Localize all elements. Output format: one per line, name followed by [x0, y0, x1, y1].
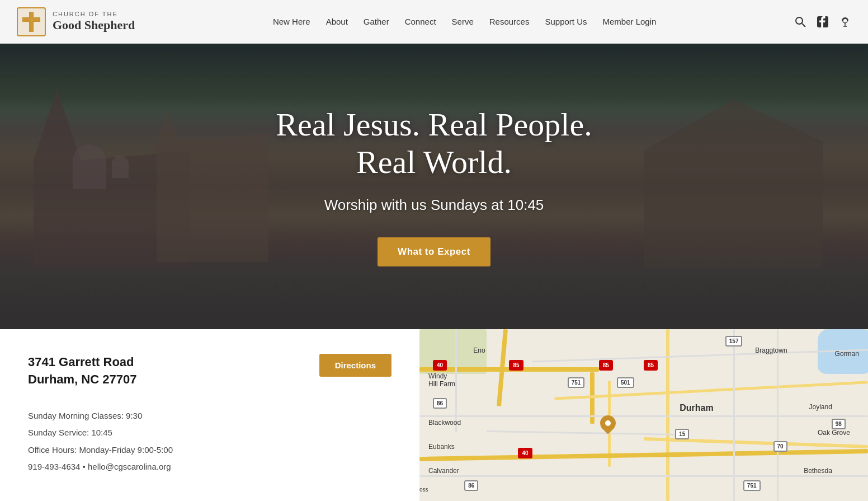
map-shield-i85-2: 85 [599, 360, 613, 371]
address-line2: Durham, NC 27707 [28, 371, 136, 388]
map-shield-i40-bottom: 40 [518, 448, 532, 458]
pin-body [597, 412, 619, 434]
header-icons [794, 16, 851, 28]
map-shield-i40: 40 [433, 360, 447, 371]
map-shield-70: 70 [773, 441, 787, 452]
nav-support-us[interactable]: Support Us [545, 17, 587, 26]
hero-section: Real Jesus. Real People.Real World. Wors… [0, 44, 868, 329]
map-label-oakgrove: Oak Grove [818, 429, 850, 437]
map-shield-86-2: 86 [464, 480, 478, 491]
hero-subtitle: Worship with us Sundays at 10:45 [276, 196, 592, 214]
svg-rect-5 [23, 18, 40, 21]
schedule: Sunday Morning Classes: 9:30 Sunday Serv… [28, 410, 391, 474]
what-to-expect-button[interactable]: What to Expect [378, 237, 490, 266]
map-shield-751: 751 [568, 377, 585, 388]
map-local-2 [419, 415, 868, 417]
map-label-eno: Eno [473, 347, 485, 354]
map-label-bethesda: Bethesda [804, 467, 832, 475]
map-label-windyhill: WindyHill Farm [428, 372, 455, 388]
nav-new-here[interactable]: New Here [273, 17, 310, 26]
pin-dot [604, 419, 612, 427]
schedule-item-office: Office Hours: Monday-Friday 9:00-5:00 [28, 444, 391, 457]
logo-name: Good Shepherd [53, 18, 135, 32]
logo[interactable]: CHURCH OF THE Good Shepherd [17, 7, 135, 36]
facebook-icon[interactable] [817, 16, 829, 28]
map-local-1 [455, 329, 457, 432]
nav-about[interactable]: About [326, 17, 348, 26]
search-icon[interactable] [794, 16, 806, 28]
nav-resources[interactable]: Resources [489, 17, 530, 26]
map-label-durham: Durham [680, 403, 713, 413]
svg-point-9 [843, 18, 847, 23]
map-panel[interactable]: Eno Braggtown Gorman WindyHill Farm Durh… [419, 329, 868, 501]
map-shield-i85-3: 85 [644, 360, 658, 371]
svg-point-6 [796, 17, 803, 24]
logo-text: CHURCH OF THE Good Shepherd [53, 11, 135, 33]
map-label-blackwood: Blackwood [428, 419, 461, 427]
map-shield-157: 157 [725, 336, 743, 347]
map-shield-98: 98 [832, 419, 846, 429]
nav-gather[interactable]: Gather [364, 17, 389, 26]
lower-section: 3741 Garrett Road Durham, NC 27707 Direc… [0, 329, 868, 501]
directions-button[interactable]: Directions [319, 354, 391, 377]
nav-connect[interactable]: Connect [405, 17, 436, 26]
map-shield-15: 15 [675, 429, 689, 439]
podcast-icon[interactable] [839, 16, 851, 28]
map-label-joyland: Joyland [809, 403, 832, 411]
map-shield-i85-1: 85 [509, 360, 523, 371]
schedule-item-classes: Sunday Morning Classes: 9:30 [28, 410, 391, 423]
logo-icon [17, 7, 46, 36]
hero-content: Real Jesus. Real People.Real World. Wors… [265, 106, 603, 266]
address: 3741 Garrett Road Durham, NC 27707 [28, 354, 136, 388]
map-shield-86-1: 86 [433, 398, 447, 409]
hero-title: Real Jesus. Real People.Real World. [276, 106, 592, 181]
nav-member-login[interactable]: Member Login [603, 17, 657, 26]
address-line1: 3741 Garrett Road [28, 354, 136, 371]
nav-serve[interactable]: Serve [452, 17, 474, 26]
map-label-braggtown: Braggtown [755, 347, 787, 354]
map-shield-751-2: 751 [743, 480, 761, 491]
map-label-oss: oss [419, 486, 428, 493]
info-panel: 3741 Garrett Road Durham, NC 27707 Direc… [0, 329, 419, 501]
map-local-6 [733, 329, 735, 501]
map-label-gorman: Gorman [835, 350, 859, 358]
schedule-item-contact: 919-493-4634 • hello@cgscarolina.org [28, 461, 391, 474]
map-location-pin[interactable] [600, 415, 616, 436]
header: CHURCH OF THE Good Shepherd New Here Abo… [0, 0, 868, 44]
svg-line-7 [802, 24, 805, 27]
schedule-item-service: Sunday Service: 10:45 [28, 427, 391, 439]
map-local-5 [419, 475, 868, 477]
map-label-calvander: Calvander [428, 467, 459, 475]
svg-rect-4 [30, 12, 33, 31]
logo-church-of: CHURCH OF THE [53, 11, 135, 18]
main-nav: New Here About Gather Connect Serve Reso… [273, 17, 656, 26]
map-shield-501: 501 [617, 377, 634, 388]
map-label-eubanks: Eubanks [428, 443, 455, 451]
